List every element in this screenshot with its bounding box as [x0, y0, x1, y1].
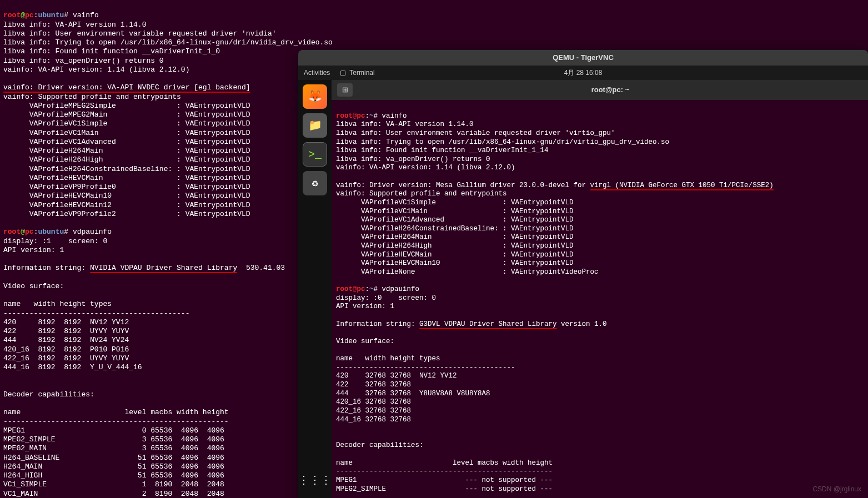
new-tab-button[interactable]: ⊞: [337, 83, 353, 97]
decoder-title: Decoder capabilities:: [336, 441, 424, 449]
vaapi-profiles: VAProfileVC1Simple : VAEntrypointVLD VAP…: [336, 199, 864, 277]
command-text: vdpauinfo: [382, 285, 420, 293]
vdpau-head: display: :0 screen: 0 API version: 1: [336, 294, 864, 311]
guest-terminal-window[interactable]: ⊞ root@pc: ~ root@pc:~# vainfo libva inf…: [332, 80, 868, 498]
guest-terminal[interactable]: root@pc:~# vainfo libva info: VA-API ver…: [332, 100, 868, 498]
video-surface-title: Video surface:: [336, 338, 394, 345]
firefox-icon[interactable]: 🦊: [303, 84, 327, 109]
decoder-rows: MPEG1 --- not supported --- MPEG2_SIMPLE…: [336, 476, 864, 494]
table-header: name level macbs width height: [336, 459, 553, 467]
apps-icon[interactable]: ⋮⋮⋮: [303, 468, 327, 492]
vnc-content: Activities ▢ Terminal 4月 28 16:08 🦊 📁 >_…: [298, 66, 868, 498]
terminal-dock-icon[interactable]: >_: [303, 142, 327, 167]
table-header: name width height types: [336, 355, 440, 363]
supported-line: vainfo: Supported profile and entrypoint…: [3, 93, 181, 101]
command-text: vdpauinfo: [73, 228, 112, 236]
info-string: G3DVL VDPAU Driver Shared Library: [419, 320, 557, 328]
driver-version-line: vainfo: Driver version: VA-API NVDEC dri…: [3, 83, 250, 92]
command-text: vainfo: [73, 11, 99, 19]
activities-button[interactable]: Activities: [304, 69, 330, 77]
app-menu[interactable]: ▢ Terminal: [340, 69, 374, 77]
terminal-title: root@pc: ~: [591, 85, 630, 94]
table-header: name width height types: [3, 300, 112, 308]
files-icon[interactable]: 📁: [303, 113, 327, 138]
prompt-user: root: [3, 11, 21, 19]
dock[interactable]: 🦊 📁 >_ ♻ ⋮⋮⋮: [298, 80, 332, 498]
info-string: NVIDIA VDPAU Driver Shared Library: [90, 264, 237, 272]
video-surface-title: Video surface:: [3, 282, 64, 290]
libva-output: libva info: VA-API version 1.14.0 libva …: [336, 120, 864, 173]
watermark: CSDN @jrglinux: [812, 485, 861, 494]
command-text: vainfo: [382, 112, 407, 120]
vnc-titlebar[interactable]: QEMU - TigerVNC: [298, 50, 868, 66]
table-header: name level macbs width height: [3, 408, 229, 416]
clock[interactable]: 4月 28 16:08: [564, 69, 603, 77]
window-title: QEMU - TigerVNC: [553, 53, 614, 62]
terminal-headerbar[interactable]: ⊞ root@pc: ~: [332, 80, 868, 100]
gnome-topbar[interactable]: Activities ▢ Terminal 4月 28 16:08: [298, 66, 868, 80]
decoder-title: Decoder capabilities:: [3, 390, 94, 399]
driver-version-line: virgl (NVIDIA GeForce GTX 1050 Ti/PCIe/S…: [590, 182, 774, 189]
vnc-window[interactable]: QEMU - TigerVNC Activities ▢ Terminal 4月…: [298, 50, 868, 498]
terminal-icon: ▢: [340, 69, 346, 77]
trash-icon[interactable]: ♻: [303, 171, 327, 195]
prompt-user: root@pc: [336, 112, 365, 120]
video-surface-rows: 420 32768 32768 NV12 YV12 422 32768 3276…: [336, 372, 864, 424]
